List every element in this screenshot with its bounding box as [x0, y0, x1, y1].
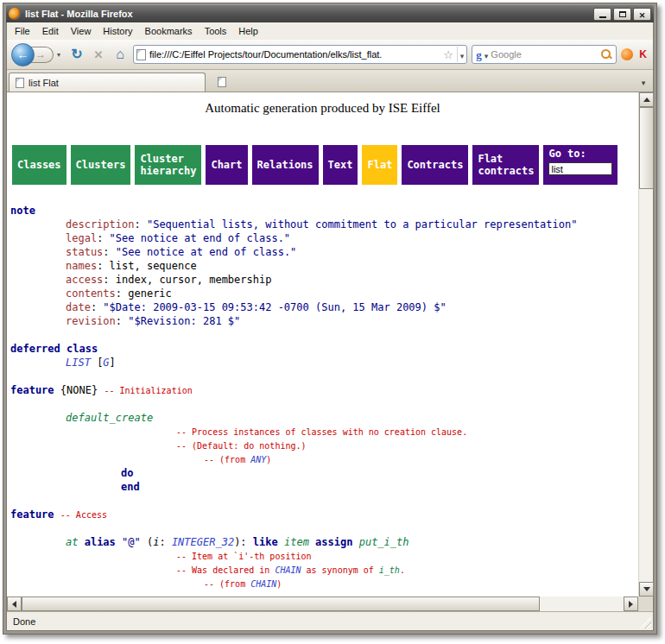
- menu-help[interactable]: Help: [232, 24, 264, 38]
- page-button-relations[interactable]: Relations: [252, 145, 319, 185]
- scroll-up-button[interactable]: [639, 92, 654, 107]
- code-line: [10, 521, 638, 535]
- resize-grip[interactable]: [640, 617, 651, 628]
- horizontal-scrollbar-row: [7, 597, 653, 611]
- close-button[interactable]: [633, 8, 651, 21]
- code-line: [10, 328, 638, 342]
- scroll-left-icon: [12, 601, 16, 608]
- page-button-contracts[interactable]: Contracts: [402, 145, 468, 185]
- search-engine-dropdown[interactable]: [484, 47, 489, 62]
- tab-label: list Flat: [28, 78, 59, 88]
- code-seg-feat[interactable]: item: [284, 536, 309, 548]
- page-button-cluster-hierarchy[interactable]: Cluster hierarchy: [135, 145, 201, 185]
- code-seg-plain: :: [134, 218, 146, 230]
- refresh-button[interactable]: [68, 46, 86, 63]
- format-buttons-row: ClassesClustersCluster hierarchyChartRel…: [12, 145, 638, 185]
- code-seg-plain: (: [141, 536, 153, 548]
- code-seg-cmt: ): [266, 455, 271, 464]
- horizontal-scroll-thumb[interactable]: [22, 597, 540, 611]
- url-bar[interactable]: file:///C:/Eiffel Projects/tour/Document…: [133, 45, 467, 64]
- horizontal-scroll-track[interactable]: [22, 597, 624, 611]
- bookmark-star-icon[interactable]: [443, 47, 453, 62]
- menubar: FileEditViewHistoryBookmarksToolsHelp: [7, 22, 653, 40]
- menu-view[interactable]: View: [65, 24, 98, 38]
- stop-button[interactable]: [90, 46, 107, 63]
- back-button[interactable]: [11, 43, 35, 66]
- code-seg-feat[interactable]: put_i_th: [359, 536, 409, 548]
- tab-list-flat[interactable]: list Flat: [9, 73, 206, 92]
- tab-list-dropdown-button[interactable]: [636, 74, 651, 92]
- code-seg-cmt: .: [400, 565, 405, 575]
- browser-window: list Flat - Mozilla Firefox FileEditView…: [3, 3, 657, 635]
- url-dropdown-button[interactable]: [457, 47, 465, 62]
- code-seg-feat[interactable]: at: [66, 536, 78, 548]
- code-line: -- (from ANY): [10, 452, 638, 466]
- vertical-scroll-thumb[interactable]: [639, 107, 654, 189]
- home-button[interactable]: [111, 46, 129, 63]
- code-seg-kw: alias: [85, 536, 116, 548]
- code-line: feature {NONE} -- Initialization: [10, 383, 638, 397]
- page-button-classes[interactable]: Classes: [12, 145, 66, 185]
- minimize-button[interactable]: [593, 8, 611, 21]
- code-seg-cmt: as synonym of: [301, 565, 379, 575]
- code-seg-plain: ):: [234, 536, 253, 548]
- kaspersky-extension-icon[interactable]: K: [637, 48, 649, 60]
- firefox-icon: [9, 8, 21, 20]
- vertical-scroll-track[interactable]: [639, 107, 653, 582]
- code-line: date: "$Date: 2009-03-15 09:53:42 -0700 …: [10, 300, 638, 314]
- minimize-icon: [599, 16, 606, 18]
- code-seg-cmt: -- (from: [204, 455, 250, 464]
- page-button-label: Flat contracts: [478, 153, 534, 177]
- vertical-scrollbar[interactable]: [638, 92, 653, 597]
- code-seg-cmtCls[interactable]: CHAIN: [250, 579, 276, 589]
- code-seg-cls[interactable]: G: [103, 357, 109, 369]
- page-button-chart[interactable]: Chart: [206, 145, 247, 185]
- back-forward-group: [11, 43, 64, 66]
- code-line: deferred class: [10, 342, 638, 356]
- code-seg-cmt: -- (from: [204, 579, 250, 589]
- page-button-flat[interactable]: Flat: [362, 145, 397, 185]
- code-seg-cls[interactable]: INTEGER_32: [172, 536, 234, 548]
- page-button-go-to[interactable]: Go to:: [543, 145, 618, 185]
- scroll-right-button[interactable]: [624, 597, 638, 611]
- code-seg-tag: date: [66, 301, 91, 313]
- code-line: default_create: [10, 411, 638, 425]
- new-tab-button[interactable]: [211, 73, 233, 92]
- code-seg-cmt: -- Process instances of classes with no …: [176, 427, 467, 437]
- search-bar[interactable]: Google: [472, 45, 617, 64]
- menu-history[interactable]: History: [97, 24, 138, 38]
- code-seg-cmtCls[interactable]: CHAIN: [275, 565, 301, 575]
- addon-icon[interactable]: [621, 48, 633, 60]
- code-seg-cmtCls[interactable]: ANY: [250, 455, 266, 464]
- goto-input[interactable]: [548, 162, 612, 175]
- code-seg-kw: do: [121, 467, 133, 479]
- search-go-icon[interactable]: [600, 48, 612, 60]
- code-seg-plain: [278, 536, 284, 548]
- menu-edit[interactable]: Edit: [36, 24, 65, 38]
- code-seg-str: "$Revision: 281 $": [128, 315, 240, 327]
- history-dropdown-button[interactable]: [54, 51, 64, 59]
- scroll-up-icon: [643, 98, 650, 102]
- url-text[interactable]: file:///C:/Eiffel Projects/tour/Document…: [149, 49, 440, 60]
- code-line: at alias "@" (i: INTEGER_32): like item …: [10, 535, 638, 549]
- menu-file[interactable]: File: [9, 24, 36, 38]
- code-seg-str: "See notice at end of class.": [116, 246, 297, 258]
- search-input[interactable]: Google: [491, 49, 598, 60]
- code-seg-plain: :: [97, 232, 109, 244]
- maximize-button[interactable]: [613, 8, 631, 21]
- code-seg-cls[interactable]: LIST: [66, 357, 91, 369]
- scroll-left-button[interactable]: [7, 597, 22, 611]
- code-seg-cmtFeat[interactable]: i_th: [379, 565, 400, 575]
- scroll-down-button[interactable]: [639, 582, 654, 597]
- horizontal-scrollbar[interactable]: [7, 597, 638, 611]
- page-button-clusters[interactable]: Clusters: [71, 145, 131, 185]
- code-seg-kw: assign: [315, 536, 352, 548]
- page-button-text[interactable]: Text: [323, 145, 358, 185]
- menu-tools[interactable]: Tools: [199, 24, 233, 38]
- page-button-flat-contracts[interactable]: Flat contracts: [472, 145, 539, 185]
- code-seg-feat[interactable]: default_create: [66, 412, 153, 424]
- code-seg-str: "See notice at end of class.": [110, 232, 291, 244]
- menu-bookmarks[interactable]: Bookmarks: [139, 24, 199, 38]
- code-line: -- Was declared in CHAIN as synonym of i…: [10, 563, 638, 577]
- code-seg-kw: like: [253, 536, 278, 548]
